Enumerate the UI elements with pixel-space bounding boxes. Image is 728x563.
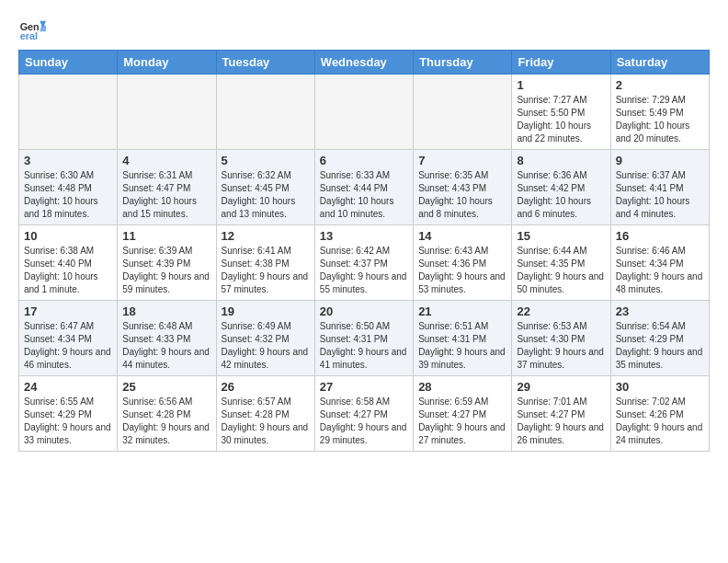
day-info: Sunrise: 7:02 AM Sunset: 4:26 PM Dayligh… (616, 396, 704, 447)
calendar-cell: 3Sunrise: 6:30 AM Sunset: 4:48 PM Daylig… (19, 150, 118, 225)
day-info: Sunrise: 6:35 AM Sunset: 4:43 PM Dayligh… (418, 169, 506, 221)
calendar-week-4: 17Sunrise: 6:47 AM Sunset: 4:34 PM Dayli… (19, 301, 710, 376)
calendar-cell: 20Sunrise: 6:50 AM Sunset: 4:31 PM Dayli… (314, 301, 413, 376)
calendar-week-2: 3Sunrise: 6:30 AM Sunset: 4:48 PM Daylig… (19, 150, 710, 225)
calendar-cell: 30Sunrise: 7:02 AM Sunset: 4:26 PM Dayli… (610, 376, 709, 452)
day-number: 4 (122, 154, 210, 167)
day-info: Sunrise: 6:49 AM Sunset: 4:32 PM Dayligh… (222, 320, 310, 372)
calendar-cell: 27Sunrise: 6:58 AM Sunset: 4:27 PM Dayli… (314, 376, 413, 452)
day-number: 8 (517, 154, 605, 167)
calendar-cell: 2Sunrise: 7:29 AM Sunset: 5:49 PM Daylig… (610, 75, 709, 150)
day-number: 9 (616, 154, 704, 167)
calendar: SundayMondayTuesdayWednesdayThursdayFrid… (18, 50, 710, 452)
day-number: 11 (122, 229, 210, 243)
day-number: 25 (122, 380, 210, 394)
day-info: Sunrise: 6:44 AM Sunset: 4:35 PM Dayligh… (517, 245, 605, 296)
day-info: Sunrise: 6:51 AM Sunset: 4:31 PM Dayligh… (418, 320, 506, 372)
calendar-cell: 7Sunrise: 6:35 AM Sunset: 4:43 PM Daylig… (414, 150, 512, 225)
calendar-cell: 8Sunrise: 6:36 AM Sunset: 4:42 PM Daylig… (512, 150, 610, 225)
calendar-header-monday: Monday (118, 51, 216, 75)
day-info: Sunrise: 6:37 AM Sunset: 4:41 PM Dayligh… (616, 169, 704, 221)
day-info: Sunrise: 6:48 AM Sunset: 4:33 PM Dayligh… (122, 320, 210, 372)
calendar-cell: 10Sunrise: 6:38 AM Sunset: 4:40 PM Dayli… (19, 225, 118, 301)
day-number: 29 (517, 380, 605, 394)
day-info: Sunrise: 6:58 AM Sunset: 4:27 PM Dayligh… (320, 396, 408, 447)
calendar-cell: 1Sunrise: 7:27 AM Sunset: 5:50 PM Daylig… (512, 75, 610, 150)
day-info: Sunrise: 6:33 AM Sunset: 4:44 PM Dayligh… (320, 169, 408, 221)
day-info: Sunrise: 6:36 AM Sunset: 4:42 PM Dayligh… (517, 169, 605, 221)
calendar-header-wednesday: Wednesday (314, 51, 413, 75)
calendar-cell: 6Sunrise: 6:33 AM Sunset: 4:44 PM Daylig… (314, 150, 413, 225)
day-info: Sunrise: 6:50 AM Sunset: 4:31 PM Dayligh… (320, 320, 408, 372)
calendar-cell: 28Sunrise: 6:59 AM Sunset: 4:27 PM Dayli… (414, 376, 512, 452)
day-info: Sunrise: 6:59 AM Sunset: 4:27 PM Dayligh… (418, 396, 506, 447)
day-info: Sunrise: 6:54 AM Sunset: 4:29 PM Dayligh… (616, 320, 704, 372)
day-number: 5 (222, 154, 310, 167)
calendar-cell (118, 75, 216, 150)
day-number: 1 (517, 78, 605, 92)
day-number: 3 (24, 154, 112, 167)
calendar-cell: 12Sunrise: 6:41 AM Sunset: 4:38 PM Dayli… (216, 225, 314, 301)
calendar-cell: 21Sunrise: 6:51 AM Sunset: 4:31 PM Dayli… (414, 301, 512, 376)
calendar-cell: 23Sunrise: 6:54 AM Sunset: 4:29 PM Dayli… (610, 301, 709, 376)
day-number: 6 (320, 154, 408, 167)
day-number: 7 (418, 154, 506, 167)
svg-marker-3 (40, 26, 46, 32)
day-info: Sunrise: 7:29 AM Sunset: 5:49 PM Dayligh… (616, 94, 704, 145)
calendar-cell: 15Sunrise: 6:44 AM Sunset: 4:35 PM Dayli… (512, 225, 610, 301)
calendar-week-5: 24Sunrise: 6:55 AM Sunset: 4:29 PM Dayli… (19, 376, 710, 452)
calendar-cell (414, 75, 512, 150)
day-info: Sunrise: 6:38 AM Sunset: 4:40 PM Dayligh… (24, 245, 112, 296)
calendar-cell: 29Sunrise: 7:01 AM Sunset: 4:27 PM Dayli… (512, 376, 610, 452)
calendar-header-row: SundayMondayTuesdayWednesdayThursdayFrid… (19, 51, 710, 75)
calendar-cell: 11Sunrise: 6:39 AM Sunset: 4:39 PM Dayli… (118, 225, 216, 301)
day-info: Sunrise: 6:43 AM Sunset: 4:36 PM Dayligh… (418, 245, 506, 296)
day-number: 18 (122, 304, 210, 318)
calendar-week-1: 1Sunrise: 7:27 AM Sunset: 5:50 PM Daylig… (19, 75, 710, 150)
svg-text:eral: eral (20, 30, 38, 41)
day-info: Sunrise: 6:53 AM Sunset: 4:30 PM Dayligh… (517, 320, 605, 372)
calendar-cell (19, 75, 118, 150)
day-info: Sunrise: 7:27 AM Sunset: 5:50 PM Dayligh… (517, 94, 605, 145)
calendar-body: 1Sunrise: 7:27 AM Sunset: 5:50 PM Daylig… (19, 75, 710, 452)
day-number: 30 (616, 380, 704, 394)
day-info: Sunrise: 6:57 AM Sunset: 4:28 PM Dayligh… (222, 396, 310, 447)
day-number: 2 (616, 78, 704, 92)
day-number: 17 (24, 304, 112, 318)
day-number: 22 (517, 304, 605, 318)
calendar-cell: 25Sunrise: 6:56 AM Sunset: 4:28 PM Dayli… (118, 376, 216, 452)
calendar-header-friday: Friday (512, 51, 610, 75)
day-number: 23 (616, 304, 704, 318)
calendar-header-sunday: Sunday (19, 51, 118, 75)
day-number: 19 (222, 304, 310, 318)
calendar-cell: 22Sunrise: 6:53 AM Sunset: 4:30 PM Dayli… (512, 301, 610, 376)
day-number: 12 (222, 229, 310, 243)
day-info: Sunrise: 6:39 AM Sunset: 4:39 PM Dayligh… (122, 245, 210, 296)
calendar-header-saturday: Saturday (610, 51, 709, 75)
day-info: Sunrise: 6:55 AM Sunset: 4:29 PM Dayligh… (24, 396, 112, 447)
day-info: Sunrise: 6:42 AM Sunset: 4:37 PM Dayligh… (320, 245, 408, 296)
calendar-cell: 14Sunrise: 6:43 AM Sunset: 4:36 PM Dayli… (414, 225, 512, 301)
day-number: 13 (320, 229, 408, 243)
day-info: Sunrise: 6:41 AM Sunset: 4:38 PM Dayligh… (222, 245, 310, 296)
day-number: 21 (418, 304, 506, 318)
calendar-cell: 18Sunrise: 6:48 AM Sunset: 4:33 PM Dayli… (118, 301, 216, 376)
calendar-cell (216, 75, 314, 150)
day-info: Sunrise: 6:31 AM Sunset: 4:47 PM Dayligh… (122, 169, 210, 221)
calendar-cell: 17Sunrise: 6:47 AM Sunset: 4:34 PM Dayli… (19, 301, 118, 376)
calendar-cell: 5Sunrise: 6:32 AM Sunset: 4:45 PM Daylig… (216, 150, 314, 225)
logo: Gen eral (18, 15, 50, 42)
calendar-header-thursday: Thursday (414, 51, 512, 75)
calendar-cell: 26Sunrise: 6:57 AM Sunset: 4:28 PM Dayli… (216, 376, 314, 452)
day-number: 10 (24, 229, 112, 243)
day-number: 28 (418, 380, 506, 394)
day-number: 26 (222, 380, 310, 394)
calendar-cell: 13Sunrise: 6:42 AM Sunset: 4:37 PM Dayli… (314, 225, 413, 301)
day-number: 27 (320, 380, 408, 394)
day-number: 16 (616, 229, 704, 243)
day-info: Sunrise: 6:30 AM Sunset: 4:48 PM Dayligh… (24, 169, 112, 221)
calendar-header-tuesday: Tuesday (216, 51, 314, 75)
logo-icon: Gen eral (18, 15, 46, 42)
day-number: 24 (24, 380, 112, 394)
day-number: 15 (517, 229, 605, 243)
